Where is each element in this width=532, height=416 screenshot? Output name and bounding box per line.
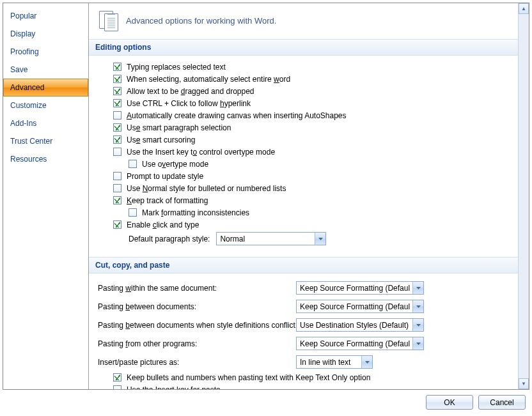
checkbox-label: Automatically create drawing canvas when… [127,111,347,120]
checkbox[interactable] [113,220,121,229]
paste-row-conflict: Pasting between documents when style def… [98,316,509,334]
chevron-down-icon[interactable] [412,319,423,331]
main-pane: Advanced options for working with Word. … [89,3,529,389]
option-overtype-mode: Use overtype mode [98,158,509,170]
checkbox-label: Typing replaces selected text [127,63,226,72]
option-typing-replaces: Typing replaces selected text [98,61,509,73]
checkbox-label: Use the Insert key to control overtype m… [127,148,275,157]
paste-combo-pictures[interactable]: In line with text [296,355,373,369]
checkbox[interactable] [113,111,121,119]
checkbox[interactable] [113,75,121,83]
dialog-body: PopularDisplayProofingSaveAdvancedCustom… [3,3,529,390]
default-style-value: Normal [220,235,312,243]
checkbox[interactable] [113,184,121,192]
chevron-down-icon[interactable] [315,233,325,245]
combo-value: Use Destination Styles (Default) [300,321,410,330]
paste-combo-conflict[interactable]: Use Destination Styles (Default) [296,318,424,332]
checkbox[interactable] [113,87,121,95]
sidebar-item-customize[interactable]: Customize [3,96,88,114]
option-insert-overtype: Use the Insert key to control overtype m… [98,146,509,158]
option-auto-canvas: Automatically create drawing canvas when… [98,109,509,121]
checkbox-label: Use smart paragraph selection [127,123,231,132]
combo-value: In line with text [300,358,359,367]
checkbox-label: Prompt to update style [127,172,203,181]
sidebar-item-proofing[interactable]: Proofing [3,43,88,61]
checkbox-label: Mark formatting inconsistencies [142,208,249,217]
sidebar-item-popular[interactable]: Popular [3,7,88,25]
checkbox[interactable] [113,385,121,389]
paste-row-between: Pasting between documents:Keep Source Fo… [98,297,509,316]
option-mark-inconsist: Mark formatting inconsistencies [98,206,509,219]
default-paragraph-style-row: Default paragraph style: Normal [98,231,509,247]
checkbox-label: Keep track of formatting [127,196,208,205]
paste-combo-other[interactable]: Keep Source Formatting (Default) [296,337,424,350]
sidebar-item-resources[interactable]: Resources [3,150,88,168]
checkbox[interactable] [113,148,121,156]
chevron-down-icon[interactable] [412,300,423,312]
sidebar-item-display[interactable]: Display [3,25,88,43]
scroll-down-button[interactable]: ▼ [519,378,529,389]
sidebar-item-add-ins[interactable]: Add-Ins [3,114,88,132]
option-normal-bullets: Use Normal style for bulleted or numbere… [98,182,509,194]
paste-label: Pasting between documents: [98,302,296,311]
page-title: Advanced options for working with Word. [126,16,276,26]
option-keep-formatting: Keep track of formatting [98,194,509,206]
scroll-up-button[interactable]: ▲ [519,3,529,14]
section-heading: Cut, copy, and paste [89,257,518,273]
default-style-combo[interactable]: Normal [216,232,326,245]
combo-value: Keep Source Formatting (Default) [300,339,410,348]
paste-row-within: Pasting within the same document:Keep So… [98,279,509,297]
checkbox[interactable] [129,208,137,217]
dialog-footer: OK Cancel [0,390,532,416]
checkbox-label: Allow text to be dragged and dropped [127,87,254,96]
checkbox[interactable] [113,373,121,381]
sidebar-item-save[interactable]: Save [3,61,88,79]
option-select-word: When selecting, automatically select ent… [98,73,509,85]
option-drag-drop: Allow text to be dragged and dropped [98,85,509,97]
checkbox[interactable] [113,196,121,204]
option-smart-para: Use smart paragraph selection [98,121,509,134]
default-style-label: Default paragraph style: [129,235,210,243]
checkbox[interactable] [113,135,121,144]
paste-label: Pasting within the same document: [98,284,296,293]
combo-value: Keep Source Formatting (Default) [300,284,410,293]
paste-combo-within[interactable]: Keep Source Formatting (Default) [296,281,424,295]
content-scroll-area: Advanced options for working with Word. … [89,3,518,389]
checkbox-label: When selecting, automatically select ent… [127,75,290,84]
checkbox-label: Use the Insert key for paste [127,385,221,390]
option-insert-paste: Use the Insert key for paste [98,383,509,389]
checkbox[interactable] [113,123,121,132]
options-sidebar: PopularDisplayProofingSaveAdvancedCustom… [3,3,89,389]
combo-value: Keep Source Formatting (Default) [300,302,410,311]
paste-label: Insert/paste pictures as: [98,358,296,367]
checkbox-label: Enable click and type [127,220,199,229]
checkbox[interactable] [113,63,121,71]
ok-button[interactable]: OK [426,395,473,410]
paste-row-pictures: Insert/paste pictures as:In line with te… [98,353,509,371]
paste-combo-between[interactable]: Keep Source Formatting (Default) [296,300,424,313]
checkbox-label: Use smart cursoring [127,135,195,144]
checkbox[interactable] [113,172,121,180]
chevron-down-icon[interactable] [412,282,423,294]
paste-label: Pasting from other programs: [98,339,296,348]
vertical-scrollbar[interactable]: ▲ ▼ [518,3,529,389]
section-heading: Editing options [89,39,518,56]
checkbox-label: Keep bullets and numbers when pasting te… [127,373,370,382]
section-cut-copy-paste: Cut, copy, and paste Pasting within the … [89,257,518,389]
pages-icon [99,11,118,30]
word-options-dialog: PopularDisplayProofingSaveAdvancedCustom… [0,0,532,416]
checkbox-label: Use CTRL + Click to follow hyperlink [127,99,251,108]
section-editing-options: Editing options Typing replaces selected… [89,39,518,253]
chevron-down-icon[interactable] [412,337,423,350]
sidebar-item-trust-center[interactable]: Trust Center [3,132,88,150]
chevron-down-icon[interactable] [361,356,372,368]
sidebar-item-advanced[interactable]: Advanced [3,79,88,96]
checkbox-label: Use overtype mode [142,160,208,169]
option-keep-bullets: Keep bullets and numbers when pasting te… [98,371,509,383]
scroll-track[interactable] [519,14,529,378]
checkbox[interactable] [129,160,137,168]
option-smart-cursor: Use smart cursoring [98,134,509,146]
cancel-button[interactable]: Cancel [478,395,526,410]
checkbox[interactable] [113,99,121,107]
option-prompt-style: Prompt to update style [98,170,509,182]
